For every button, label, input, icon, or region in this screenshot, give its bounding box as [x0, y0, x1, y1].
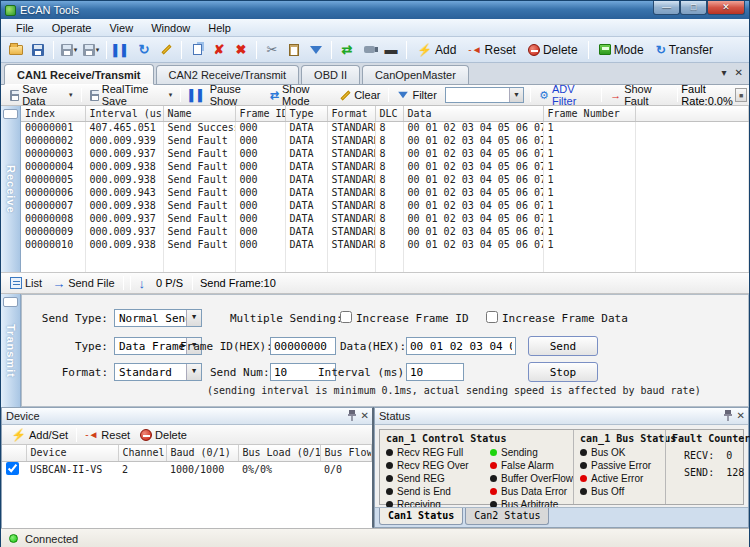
column-header[interactable]: Bus Flow (0/1): [320, 445, 372, 461]
column-header[interactable]: Bus Load (0/1): [238, 445, 320, 461]
pin-icon[interactable]: [724, 410, 732, 421]
transmit-side-tab[interactable]: Transmit: [1, 294, 21, 407]
table-row[interactable]: 00000003000.009.937Send Fault000DATASTAN…: [21, 147, 749, 160]
bus-status-title: can_1 Bus Status: [580, 433, 665, 444]
device-enabled-checkbox[interactable]: [6, 462, 19, 475]
table-row[interactable]: 00000010000.009.938Send Fault000DATASTAN…: [21, 238, 749, 251]
sending-note: (sending interval is minimum 0.1ms, actu…: [207, 385, 701, 396]
download-button[interactable]: ↓: [134, 275, 151, 292]
copy-icon[interactable]: [187, 40, 207, 60]
paste-icon[interactable]: [284, 40, 304, 60]
menu-window[interactable]: Window: [142, 21, 199, 35]
send-type-select[interactable]: Normal Send▼: [114, 309, 202, 327]
pause-show-button[interactable]: ▌▌Pause Show: [184, 82, 265, 108]
column-header[interactable]: DLC: [375, 106, 403, 121]
filter-icon[interactable]: [306, 40, 326, 60]
column-header[interactable]: Data: [403, 106, 543, 121]
add-set-button[interactable]: ⚡Add/Set: [6, 427, 73, 443]
device-reset-button[interactable]: -◄Reset: [80, 428, 135, 442]
format-select[interactable]: Standard▼: [114, 363, 202, 381]
device-delete-button[interactable]: Delete: [135, 428, 192, 442]
pause-icon[interactable]: ▌▌: [112, 40, 132, 60]
toolbar-overflow-button[interactable]: ■: [735, 88, 747, 102]
adv-filter-button[interactable]: ⚙ADV Filter: [534, 82, 598, 108]
table-row[interactable]: 00000001407.465.051Send Success000DATAST…: [21, 121, 749, 134]
column-header[interactable]: Name: [163, 106, 235, 121]
transfer-button[interactable]: ↻Transfer: [650, 41, 719, 59]
collapse-icon[interactable]: ▬: [381, 40, 401, 60]
cut-icon[interactable]: ✂: [262, 40, 282, 60]
column-header[interactable]: Index: [21, 106, 85, 121]
swap-arrows-icon[interactable]: ⇄: [337, 40, 357, 60]
clear-icon[interactable]: [156, 40, 176, 60]
increase-frame-id-checkbox[interactable]: [340, 311, 352, 323]
column-header[interactable]: Interval (us): [85, 106, 163, 121]
column-header[interactable]: Baud (0/1): [166, 445, 238, 461]
led-label: Active Error: [591, 473, 643, 484]
tab-close-icon[interactable]: ✕: [735, 67, 743, 78]
column-header[interactable]: Format: [327, 106, 375, 121]
column-header[interactable]: Type: [285, 106, 327, 121]
list-button[interactable]: List: [5, 276, 47, 290]
empty-cell: [163, 251, 235, 264]
close-icon[interactable]: ✕: [707, 1, 745, 15]
add-button[interactable]: ⚡Add: [411, 41, 462, 59]
table-row[interactable]: 00000009000.009.937Send Fault000DATASTAN…: [21, 225, 749, 238]
send-file-button[interactable]: →Send File: [47, 275, 119, 292]
reset-button[interactable]: -◄Reset: [462, 41, 522, 59]
receive-collapse-chip[interactable]: [3, 109, 18, 119]
column-header[interactable]: Channel: [118, 445, 166, 461]
filter-button[interactable]: Filter: [392, 88, 441, 102]
mode-button[interactable]: Mode: [593, 41, 650, 59]
device-panel-close-icon[interactable]: ✕: [361, 410, 369, 421]
column-header[interactable]: Device: [26, 445, 118, 461]
delete-all-icon[interactable]: ✖: [231, 40, 251, 60]
realtime-save-button[interactable]: RealTime Save▾: [85, 82, 178, 108]
minimize-icon[interactable]: —: [653, 1, 680, 15]
delete-button[interactable]: Delete: [522, 41, 584, 59]
status-panel-close-icon[interactable]: ✕: [737, 410, 745, 421]
tab-canopenmaster[interactable]: CanOpenMaster: [362, 65, 469, 84]
table-cell: 00000004: [21, 160, 85, 173]
show-fault-button[interactable]: →Show Fault: [605, 82, 674, 108]
table-cell: Send Success: [163, 121, 235, 134]
device-row[interactable]: USBCAN-II-VS21000/10000%/0%0/0: [2, 461, 372, 477]
column-header[interactable]: Frame Number: [543, 106, 635, 121]
frame-id-input[interactable]: [270, 337, 336, 355]
table-row[interactable]: 00000002000.009.939Send Fault000DATASTAN…: [21, 134, 749, 147]
table-row[interactable]: 00000005000.009.938Send Fault000DATASTAN…: [21, 173, 749, 186]
menu-operate[interactable]: Operate: [43, 21, 101, 35]
menu-file[interactable]: File: [7, 21, 43, 35]
menu-view[interactable]: View: [100, 21, 142, 35]
data-hex-input[interactable]: [406, 337, 516, 355]
tab-can1-status[interactable]: Can1 Status: [379, 508, 463, 525]
table-row[interactable]: 00000006000.009.943Send Fault000DATASTAN…: [21, 186, 749, 199]
tab-list-dropdown-icon[interactable]: ▾: [722, 67, 727, 78]
open-folder-icon[interactable]: [6, 40, 26, 60]
stop-button[interactable]: Stop: [528, 362, 598, 382]
send-button[interactable]: Send: [528, 336, 598, 356]
column-header[interactable]: Frame ID: [235, 106, 285, 121]
filter-select[interactable]: ▼: [445, 87, 524, 103]
menu-help[interactable]: Help: [199, 21, 240, 35]
table-row[interactable]: 00000008000.009.937Send Fault000DATASTAN…: [21, 212, 749, 225]
refresh-icon[interactable]: ↻: [134, 40, 154, 60]
delete-small-icon[interactable]: ✘: [209, 40, 229, 60]
transmit-collapse-chip[interactable]: [3, 297, 18, 307]
maximize-icon[interactable]: □: [680, 1, 707, 15]
show-mode-button[interactable]: ⇄Show Mode: [265, 82, 335, 108]
pin-icon[interactable]: [348, 410, 356, 421]
table-row[interactable]: 00000004000.009.938Send Fault000DATASTAN…: [21, 160, 749, 173]
save-icon[interactable]: [28, 40, 48, 60]
save-data-button[interactable]: Save Data▾: [5, 82, 78, 108]
tab-can2-status[interactable]: Can2 Status: [465, 508, 549, 525]
receive-side-tab[interactable]: Receive: [1, 106, 21, 272]
connector-icon[interactable]: [359, 40, 379, 60]
table-row[interactable]: 00000007000.009.938Send Fault000DATASTAN…: [21, 199, 749, 212]
realtime-save-dropdown-icon[interactable]: ▾: [81, 40, 101, 60]
table-cell: 1: [543, 134, 635, 147]
interval-input[interactable]: [406, 363, 464, 381]
clear-button[interactable]: Clear: [335, 88, 385, 102]
increase-frame-data-checkbox[interactable]: [486, 311, 498, 323]
save-data-dropdown-icon[interactable]: ▾: [59, 40, 79, 60]
